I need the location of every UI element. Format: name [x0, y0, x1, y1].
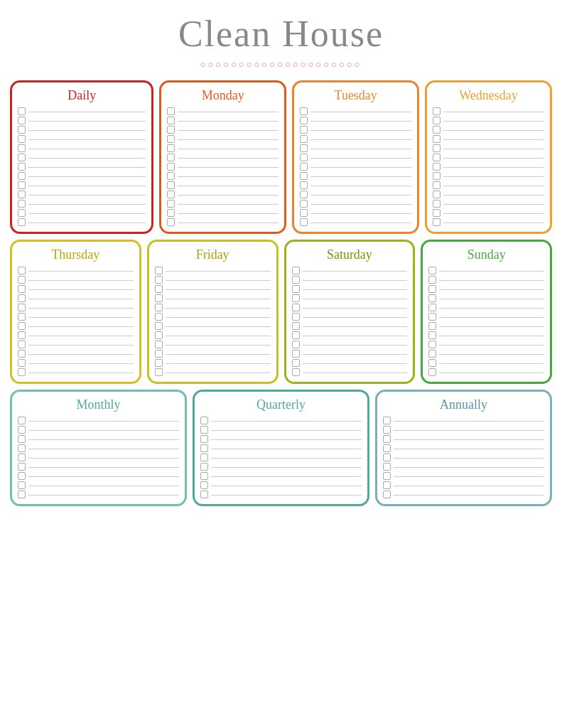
checkbox[interactable]: [383, 454, 391, 461]
checkbox[interactable]: [155, 331, 163, 339]
checkbox[interactable]: [155, 359, 163, 367]
checkbox[interactable]: [428, 322, 436, 330]
checkbox[interactable]: [200, 454, 208, 461]
checkbox[interactable]: [428, 313, 436, 321]
checkbox[interactable]: [18, 350, 26, 358]
checkbox[interactable]: [155, 304, 163, 311]
checkbox[interactable]: [433, 154, 441, 161]
checkbox[interactable]: [383, 435, 391, 443]
checkbox[interactable]: [18, 463, 26, 471]
checkbox[interactable]: [18, 172, 26, 180]
checkbox[interactable]: [155, 368, 163, 376]
checkbox[interactable]: [155, 285, 163, 293]
checkbox[interactable]: [155, 313, 163, 321]
checkbox[interactable]: [428, 304, 436, 311]
checkbox[interactable]: [383, 472, 391, 480]
checkbox[interactable]: [433, 209, 441, 217]
checkbox[interactable]: [18, 472, 26, 480]
checkbox[interactable]: [200, 435, 208, 443]
checkbox[interactable]: [433, 218, 441, 226]
checkbox[interactable]: [155, 294, 163, 302]
checkbox[interactable]: [433, 191, 441, 198]
checkbox[interactable]: [292, 304, 300, 311]
checkbox[interactable]: [200, 426, 208, 434]
checkbox[interactable]: [155, 267, 163, 274]
checkbox[interactable]: [300, 200, 308, 208]
checkbox[interactable]: [18, 218, 26, 226]
checkbox[interactable]: [433, 135, 441, 143]
checkbox[interactable]: [200, 472, 208, 480]
checkbox[interactable]: [433, 163, 441, 171]
checkbox[interactable]: [18, 341, 26, 348]
checkbox[interactable]: [383, 426, 391, 434]
checkbox[interactable]: [18, 322, 26, 330]
checkbox[interactable]: [383, 481, 391, 489]
checkbox[interactable]: [18, 426, 26, 434]
checkbox[interactable]: [383, 417, 391, 424]
checkbox[interactable]: [18, 313, 26, 321]
checkbox[interactable]: [300, 218, 308, 226]
checkbox[interactable]: [292, 341, 300, 348]
checkbox[interactable]: [300, 144, 308, 152]
checkbox[interactable]: [433, 172, 441, 180]
checkbox[interactable]: [292, 350, 300, 358]
checkbox[interactable]: [18, 481, 26, 489]
checkbox[interactable]: [428, 341, 436, 348]
checkbox[interactable]: [300, 117, 308, 124]
checkbox[interactable]: [155, 350, 163, 358]
checkbox[interactable]: [167, 200, 175, 208]
checkbox[interactable]: [18, 191, 26, 198]
checkbox[interactable]: [292, 276, 300, 284]
checkbox[interactable]: [428, 350, 436, 358]
checkbox[interactable]: [292, 267, 300, 274]
checkbox[interactable]: [433, 107, 441, 115]
checkbox[interactable]: [292, 331, 300, 339]
checkbox[interactable]: [18, 444, 26, 452]
checkbox[interactable]: [428, 276, 436, 284]
checkbox[interactable]: [433, 126, 441, 134]
checkbox[interactable]: [18, 144, 26, 152]
checkbox[interactable]: [300, 135, 308, 143]
checkbox[interactable]: [167, 181, 175, 189]
checkbox[interactable]: [428, 331, 436, 339]
checkbox[interactable]: [383, 491, 391, 498]
checkbox[interactable]: [428, 368, 436, 376]
checkbox[interactable]: [18, 417, 26, 424]
checkbox[interactable]: [18, 107, 26, 115]
checkbox[interactable]: [300, 181, 308, 189]
checkbox[interactable]: [300, 107, 308, 115]
checkbox[interactable]: [433, 117, 441, 124]
checkbox[interactable]: [428, 359, 436, 367]
checkbox[interactable]: [18, 135, 26, 143]
checkbox[interactable]: [167, 117, 175, 124]
checkbox[interactable]: [167, 126, 175, 134]
checkbox[interactable]: [167, 218, 175, 226]
checkbox[interactable]: [18, 181, 26, 189]
checkbox[interactable]: [428, 285, 436, 293]
checkbox[interactable]: [18, 454, 26, 461]
checkbox[interactable]: [167, 191, 175, 198]
checkbox[interactable]: [383, 444, 391, 452]
checkbox[interactable]: [18, 163, 26, 171]
checkbox[interactable]: [167, 163, 175, 171]
checkbox[interactable]: [383, 463, 391, 471]
checkbox[interactable]: [167, 144, 175, 152]
checkbox[interactable]: [167, 135, 175, 143]
checkbox[interactable]: [155, 341, 163, 348]
checkbox[interactable]: [167, 209, 175, 217]
checkbox[interactable]: [292, 313, 300, 321]
checkbox[interactable]: [200, 481, 208, 489]
checkbox[interactable]: [155, 276, 163, 284]
checkbox[interactable]: [18, 267, 26, 274]
checkbox[interactable]: [200, 444, 208, 452]
checkbox[interactable]: [300, 191, 308, 198]
checkbox[interactable]: [200, 463, 208, 471]
checkbox[interactable]: [155, 322, 163, 330]
checkbox[interactable]: [292, 359, 300, 367]
checkbox[interactable]: [18, 368, 26, 376]
checkbox[interactable]: [300, 209, 308, 217]
checkbox[interactable]: [18, 491, 26, 498]
checkbox[interactable]: [167, 154, 175, 161]
checkbox[interactable]: [200, 491, 208, 498]
checkbox[interactable]: [433, 200, 441, 208]
